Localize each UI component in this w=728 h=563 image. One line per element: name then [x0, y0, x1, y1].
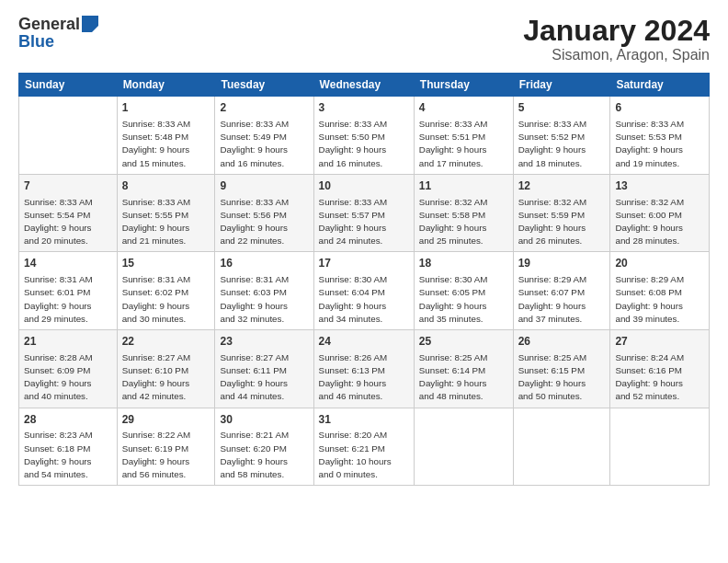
calendar-cell: 24Sunrise: 8:26 AM Sunset: 6:13 PM Dayli…: [313, 330, 414, 408]
header: General Blue January 2024 Sisamon, Arago…: [18, 15, 710, 63]
cell-content: Sunrise: 8:31 AM Sunset: 6:01 PM Dayligh…: [24, 273, 112, 326]
svg-marker-0: [82, 16, 98, 32]
logo-icon: [82, 16, 98, 32]
day-number: 21: [24, 334, 112, 350]
calendar-cell: 23Sunrise: 8:27 AM Sunset: 6:11 PM Dayli…: [215, 330, 313, 408]
calendar-cell: [610, 408, 710, 486]
cell-content: Sunrise: 8:32 AM Sunset: 5:58 PM Dayligh…: [419, 196, 508, 248]
day-number: 10: [319, 178, 409, 194]
calendar-cell: 21Sunrise: 8:28 AM Sunset: 6:09 PM Dayli…: [19, 330, 118, 408]
day-number: 16: [220, 256, 308, 271]
calendar-table: SundayMondayTuesdayWednesdayThursdayFrid…: [18, 73, 710, 486]
cell-content: Sunrise: 8:33 AM Sunset: 5:56 PM Dayligh…: [220, 196, 308, 248]
calendar-cell: 18Sunrise: 8:30 AM Sunset: 6:05 PM Dayli…: [414, 252, 513, 330]
day-number: 31: [319, 412, 409, 428]
calendar-cell: 2Sunrise: 8:33 AM Sunset: 5:49 PM Daylig…: [215, 97, 313, 175]
cell-content: Sunrise: 8:26 AM Sunset: 6:13 PM Dayligh…: [319, 351, 409, 404]
calendar-cell: 16Sunrise: 8:31 AM Sunset: 6:03 PM Dayli…: [215, 252, 313, 330]
day-number: 19: [518, 256, 606, 271]
calendar-cell: [414, 408, 513, 486]
calendar-cell: 1Sunrise: 8:33 AM Sunset: 5:48 PM Daylig…: [117, 97, 215, 175]
calendar-cell: [19, 97, 118, 175]
cell-content: Sunrise: 8:33 AM Sunset: 5:55 PM Dayligh…: [122, 196, 210, 248]
day-number: 12: [518, 178, 606, 194]
cell-content: Sunrise: 8:33 AM Sunset: 5:54 PM Dayligh…: [24, 196, 112, 248]
header-friday: Friday: [513, 74, 610, 97]
page: General Blue January 2024 Sisamon, Arago…: [0, 0, 728, 563]
calendar-cell: 6Sunrise: 8:33 AM Sunset: 5:53 PM Daylig…: [610, 97, 710, 175]
day-number: 18: [419, 256, 508, 271]
cell-content: Sunrise: 8:29 AM Sunset: 6:07 PM Dayligh…: [518, 273, 606, 326]
month-title: January 2024: [523, 15, 710, 47]
day-number: 5: [518, 100, 606, 116]
calendar-cell: [513, 408, 610, 486]
cell-content: Sunrise: 8:31 AM Sunset: 6:03 PM Dayligh…: [220, 273, 308, 326]
day-number: 7: [24, 178, 112, 194]
calendar-cell: 30Sunrise: 8:21 AM Sunset: 6:20 PM Dayli…: [215, 408, 313, 486]
header-tuesday: Tuesday: [215, 74, 313, 97]
calendar-cell: 29Sunrise: 8:22 AM Sunset: 6:19 PM Dayli…: [117, 408, 215, 486]
day-number: 22: [122, 334, 210, 350]
calendar-cell: 11Sunrise: 8:32 AM Sunset: 5:58 PM Dayli…: [414, 174, 513, 252]
calendar-cell: 5Sunrise: 8:33 AM Sunset: 5:52 PM Daylig…: [513, 97, 610, 175]
day-number: 14: [24, 256, 112, 271]
cell-content: Sunrise: 8:28 AM Sunset: 6:09 PM Dayligh…: [24, 351, 112, 404]
header-monday: Monday: [117, 74, 215, 97]
location-title: Sisamon, Aragon, Spain: [523, 47, 710, 63]
day-number: 6: [615, 100, 704, 116]
header-saturday: Saturday: [610, 74, 710, 97]
cell-content: Sunrise: 8:33 AM Sunset: 5:52 PM Dayligh…: [518, 118, 606, 170]
logo-blue-text: Blue: [18, 32, 54, 52]
calendar-cell: 28Sunrise: 8:23 AM Sunset: 6:18 PM Dayli…: [19, 408, 118, 486]
cell-content: Sunrise: 8:32 AM Sunset: 5:59 PM Dayligh…: [518, 196, 606, 248]
cell-content: Sunrise: 8:33 AM Sunset: 5:51 PM Dayligh…: [419, 118, 508, 170]
day-number: 9: [220, 178, 308, 194]
day-number: 25: [419, 334, 508, 350]
logo: General Blue: [18, 15, 98, 52]
header-thursday: Thursday: [414, 74, 513, 97]
day-number: 8: [122, 178, 210, 194]
cell-content: Sunrise: 8:21 AM Sunset: 6:20 PM Dayligh…: [220, 429, 308, 481]
calendar-cell: 17Sunrise: 8:30 AM Sunset: 6:04 PM Dayli…: [313, 252, 414, 330]
day-number: 26: [518, 334, 606, 350]
cell-content: Sunrise: 8:30 AM Sunset: 6:05 PM Dayligh…: [419, 273, 508, 326]
cell-content: Sunrise: 8:25 AM Sunset: 6:14 PM Dayligh…: [419, 351, 508, 404]
calendar-cell: 10Sunrise: 8:33 AM Sunset: 5:57 PM Dayli…: [313, 174, 414, 252]
cell-content: Sunrise: 8:27 AM Sunset: 6:10 PM Dayligh…: [122, 351, 210, 404]
cell-content: Sunrise: 8:33 AM Sunset: 5:57 PM Dayligh…: [319, 196, 409, 248]
calendar-cell: 9Sunrise: 8:33 AM Sunset: 5:56 PM Daylig…: [215, 174, 313, 252]
day-number: 17: [319, 256, 409, 271]
calendar-cell: 4Sunrise: 8:33 AM Sunset: 5:51 PM Daylig…: [414, 97, 513, 175]
calendar-cell: 31Sunrise: 8:20 AM Sunset: 6:21 PM Dayli…: [313, 408, 414, 486]
calendar-cell: 7Sunrise: 8:33 AM Sunset: 5:54 PM Daylig…: [19, 174, 118, 252]
calendar-cell: 13Sunrise: 8:32 AM Sunset: 6:00 PM Dayli…: [610, 174, 710, 252]
cell-content: Sunrise: 8:24 AM Sunset: 6:16 PM Dayligh…: [615, 351, 704, 404]
calendar-cell: 19Sunrise: 8:29 AM Sunset: 6:07 PM Dayli…: [513, 252, 610, 330]
day-number: 30: [220, 412, 308, 428]
day-number: 11: [419, 178, 508, 194]
calendar-cell: 8Sunrise: 8:33 AM Sunset: 5:55 PM Daylig…: [117, 174, 215, 252]
day-number: 3: [319, 100, 409, 116]
week-row-4: 28Sunrise: 8:23 AM Sunset: 6:18 PM Dayli…: [19, 408, 710, 486]
logo-first-line: General: [18, 15, 98, 34]
header-sunday: Sunday: [19, 74, 118, 97]
calendar-cell: 20Sunrise: 8:29 AM Sunset: 6:08 PM Dayli…: [610, 252, 710, 330]
cell-content: Sunrise: 8:30 AM Sunset: 6:04 PM Dayligh…: [319, 273, 409, 326]
day-number: 29: [122, 412, 210, 428]
header-wednesday: Wednesday: [313, 74, 414, 97]
cell-content: Sunrise: 8:32 AM Sunset: 6:00 PM Dayligh…: [615, 196, 704, 248]
day-number: 1: [122, 100, 210, 116]
cell-content: Sunrise: 8:31 AM Sunset: 6:02 PM Dayligh…: [122, 273, 210, 326]
cell-content: Sunrise: 8:29 AM Sunset: 6:08 PM Dayligh…: [615, 273, 704, 326]
cell-content: Sunrise: 8:20 AM Sunset: 6:21 PM Dayligh…: [319, 429, 409, 481]
week-row-3: 21Sunrise: 8:28 AM Sunset: 6:09 PM Dayli…: [19, 330, 710, 408]
day-number: 28: [24, 412, 112, 428]
title-block: January 2024 Sisamon, Aragon, Spain: [523, 15, 710, 63]
day-number: 24: [319, 334, 409, 350]
week-row-1: 7Sunrise: 8:33 AM Sunset: 5:54 PM Daylig…: [19, 174, 710, 252]
cell-content: Sunrise: 8:33 AM Sunset: 5:53 PM Dayligh…: [615, 118, 704, 170]
calendar-header-row: SundayMondayTuesdayWednesdayThursdayFrid…: [19, 74, 710, 97]
calendar-cell: 14Sunrise: 8:31 AM Sunset: 6:01 PM Dayli…: [19, 252, 118, 330]
calendar-cell: 26Sunrise: 8:25 AM Sunset: 6:15 PM Dayli…: [513, 330, 610, 408]
week-row-2: 14Sunrise: 8:31 AM Sunset: 6:01 PM Dayli…: [19, 252, 710, 330]
